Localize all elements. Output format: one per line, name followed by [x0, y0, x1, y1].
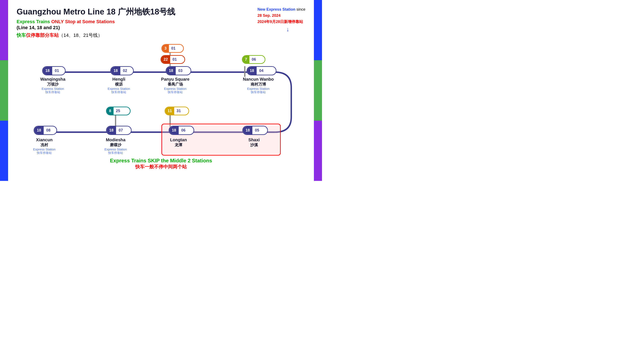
- stn-name-cn-03: 番禺广场: [153, 82, 198, 87]
- badge-num-08: 08: [44, 126, 53, 134]
- stn-name-en-06: Longtan: [162, 137, 196, 142]
- transfer-badge-11: 11 31: [164, 107, 189, 115]
- station-label-06: Longtan 龙潭: [162, 137, 196, 147]
- stn-name-en-04: Nancun Wanbo: [234, 77, 283, 82]
- station-badge-08: 18 08: [34, 126, 57, 135]
- chinese-black: （14、18、21号线）: [59, 32, 102, 38]
- chinese-red: 仅停靠部分车站: [26, 32, 59, 38]
- badge-num-01: 01: [52, 67, 62, 75]
- stn-name-cn-06: 龙潭: [162, 142, 196, 147]
- stn-express-cn-07: 快车停靠站: [94, 151, 137, 155]
- stn-name-en-01: Wanqingsha: [30, 77, 75, 82]
- station-badge-04: 18 04: [246, 66, 276, 75]
- stn-express-cn-08: 快车停靠站: [23, 151, 66, 155]
- badge-num-03: 03: [176, 67, 185, 75]
- station-label-05: Shaxi 沙溪: [238, 137, 270, 147]
- tb-right-06a: 06: [250, 56, 258, 63]
- bottom-text: Express Trains SKIP the Middle 2 Station…: [16, 158, 306, 170]
- stn-name-cn-07: 磨碟沙: [94, 142, 137, 147]
- stn-name-en-02: Hengli: [98, 77, 139, 82]
- badge-line-03: 18: [166, 67, 176, 75]
- stn-express-en-03: Express Station: [153, 87, 198, 90]
- station-label-03: Panyu Square 番禺广场 Express Station 快车停靠站: [153, 77, 198, 94]
- stn-name-cn-01: 万顷沙: [30, 82, 75, 87]
- arrow-down-icon: ↓: [270, 25, 306, 34]
- main-content: Guangzhou Metro Line 18 广州地铁18号线 Express…: [8, 0, 314, 174]
- stn-name-en-08: Xiancun: [23, 137, 66, 142]
- badge-num-04: 04: [256, 67, 266, 75]
- right-side-bar: [314, 0, 322, 181]
- notice-chinese: 2024年9月28日新增停靠站: [258, 19, 306, 25]
- stn-express-cn-02: 快车停靠站: [98, 90, 139, 94]
- station-label-02: Hengli 横沥 Express Station 快车停靠站: [98, 77, 139, 94]
- badge-line-07: 18: [107, 126, 116, 134]
- tb-right-01a: 01: [169, 45, 178, 52]
- badge-line-06: 18: [169, 126, 179, 134]
- badge-line-01: 18: [43, 67, 52, 75]
- stn-express-cn-03: 快车停靠站: [153, 90, 198, 94]
- chinese-green: 快车: [16, 32, 26, 38]
- station-label-08: Xiancun 冼村 Express Station 快车停靠站: [23, 137, 66, 155]
- stn-express-en-01: Express Station: [30, 87, 75, 90]
- stn-express-cn-04: 快车停靠站: [234, 90, 283, 94]
- notice-blue: New Express Station: [258, 7, 296, 11]
- skip-text-green: Express Trains: [110, 158, 148, 163]
- tb-right-01b: 01: [170, 56, 179, 63]
- station-label-04: Nancun Wanbo 南村万博 Express Station 快车停靠站: [234, 77, 283, 94]
- stn-name-cn-02: 横沥: [98, 82, 139, 87]
- badge-num-06: 06: [179, 126, 188, 134]
- transfer-badge-3: 3 01: [162, 44, 184, 53]
- station-badge-03: 18 03: [166, 66, 191, 75]
- stn-name-cn-05: 沙溪: [238, 142, 270, 147]
- station-badge-02: 18 02: [110, 66, 134, 75]
- subtitle-green: Express Trains: [16, 19, 51, 24]
- stn-name-cn-08: 冼村: [23, 142, 66, 147]
- stn-name-en-03: Panyu Square: [153, 77, 198, 82]
- badge-line-04: 18: [247, 67, 256, 75]
- skip-text-red: SKIP the Middle 2 Stations: [148, 158, 212, 163]
- station-badge-05: 18 05: [242, 126, 268, 135]
- stn-express-en-02: Express Station: [98, 87, 139, 90]
- stn-express-en-07: Express Station: [94, 147, 137, 151]
- tb-left-22: 22: [161, 56, 170, 63]
- tb-left-11: 11: [165, 107, 174, 115]
- transfer-badge-7: 7 06: [242, 55, 265, 64]
- tb-left-3: 3: [162, 45, 169, 52]
- stn-name-en-07: Modiesha: [94, 137, 137, 142]
- transfer-badge-8: 8 25: [106, 107, 130, 115]
- skip-text-cn: 快车一般不停中间两个站: [16, 164, 306, 170]
- left-side-bar: [0, 0, 8, 181]
- station-badge-01: 18 01: [42, 66, 66, 75]
- notice-black-after: since: [296, 7, 306, 11]
- stn-express-en-04: Express Station: [234, 87, 283, 90]
- station-label-01: Wanqingsha 万顷沙 Express Station 快车停靠站: [30, 77, 75, 94]
- station-badge-06: 18 06: [169, 126, 194, 135]
- tb-right-31: 31: [174, 107, 183, 115]
- badge-num-02: 02: [120, 67, 130, 75]
- subtitle-red: ONLY Stop at Some Stations: [51, 19, 115, 24]
- badge-line-02: 18: [111, 67, 120, 75]
- tb-left-8: 8: [107, 107, 114, 115]
- badge-line-08: 18: [34, 126, 44, 134]
- badge-line-05: 18: [243, 126, 252, 134]
- stn-express-cn-01: 快车停靠站: [30, 90, 75, 94]
- stn-name-en-05: Shaxi: [238, 137, 270, 142]
- station-badge-07: 18 07: [106, 126, 132, 135]
- station-label-07: Modiesha 磨碟沙 Express Station 快车停靠站: [94, 137, 137, 155]
- badge-num-05: 05: [252, 126, 262, 134]
- tb-left-7: 7: [242, 56, 250, 63]
- notice-red-date: 28 Sep. 2024: [258, 12, 306, 19]
- tb-right-25: 25: [114, 107, 122, 115]
- stn-express-en-08: Express Station: [23, 147, 66, 151]
- badge-num-07: 07: [116, 126, 126, 134]
- metro-map: 18 01 Wanqingsha 万顷沙 Express Station 快车停…: [16, 41, 306, 156]
- stn-name-cn-04: 南村万博: [234, 82, 283, 87]
- top-right-notice: New Express Station since 28 Sep. 2024 2…: [258, 6, 306, 34]
- transfer-badge-22: 22 01: [160, 55, 185, 64]
